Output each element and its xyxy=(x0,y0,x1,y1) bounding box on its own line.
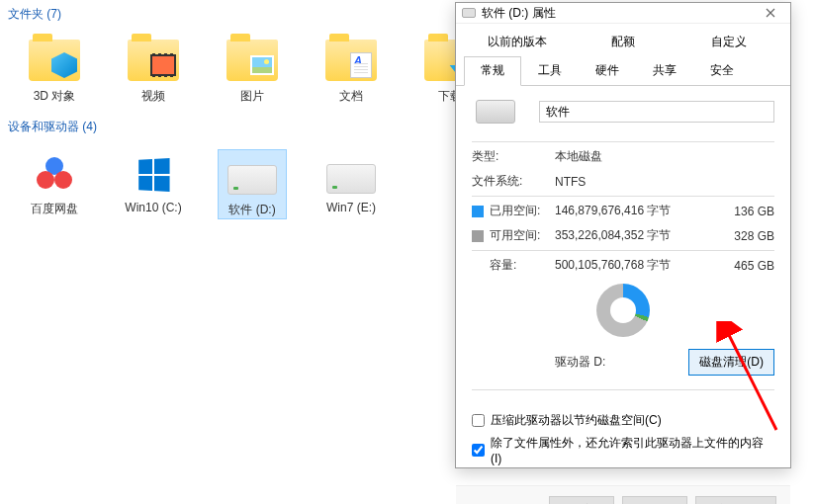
disk-cleanup-button[interactable]: 磁盘清理(D) xyxy=(688,349,774,376)
tab-strip: 以前的版本 配额 自定义 常规 工具 硬件 共享 安全 xyxy=(456,24,790,86)
folder-icon xyxy=(27,37,82,84)
folder-icon xyxy=(323,37,379,84)
drive-label: 百度网盘 xyxy=(31,201,78,217)
folder-label: 视频 xyxy=(141,88,165,105)
usage-donut-chart xyxy=(596,284,650,337)
dialog-title: 软件 (D:) 属性 xyxy=(482,5,757,22)
capacity-label: 容量: xyxy=(472,257,545,274)
ok-button[interactable]: 确定 xyxy=(549,496,614,504)
cancel-button[interactable]: 取消 xyxy=(622,496,687,504)
separator xyxy=(472,196,774,197)
drive-icon xyxy=(323,149,379,197)
fs-value: NTFS xyxy=(555,175,774,189)
folder-label: 3D 对象 xyxy=(34,88,76,105)
drive-c[interactable]: Win10 (C:) xyxy=(119,149,188,219)
free-swatch-icon xyxy=(472,230,484,242)
index-label: 除了文件属性外，还允许索引此驱动器上文件的内容(I) xyxy=(491,435,774,465)
drive-baidu[interactable]: 百度网盘 xyxy=(20,149,89,219)
tab-general[interactable]: 常规 xyxy=(464,56,521,86)
type-value: 本地磁盘 xyxy=(555,148,774,165)
drive-icon xyxy=(476,100,515,124)
folder-videos[interactable]: 视频 xyxy=(119,37,188,105)
dialog-footer: 确定 取消 应用(A) xyxy=(456,485,790,504)
folder-3d-objects[interactable]: 3D 对象 xyxy=(20,37,89,105)
free-bytes: 353,226,084,352 字节 xyxy=(555,227,724,244)
compress-checkbox[interactable] xyxy=(472,414,485,427)
capacity-bytes: 500,105,760,768 字节 xyxy=(555,257,724,274)
separator xyxy=(472,250,774,251)
folder-icon xyxy=(225,37,280,84)
drive-d[interactable]: 软件 (D:) xyxy=(218,149,287,219)
index-checkbox-row[interactable]: 除了文件属性外，还允许索引此驱动器上文件的内容(I) xyxy=(472,435,774,465)
drive-icon xyxy=(126,149,181,197)
free-human: 328 GB xyxy=(734,229,774,243)
drive-label: Win10 (C:) xyxy=(125,201,181,214)
index-checkbox[interactable] xyxy=(472,444,485,457)
fs-label: 文件系统: xyxy=(472,173,545,190)
separator xyxy=(472,141,774,142)
used-label: 已用空间: xyxy=(472,203,545,219)
used-human: 136 GB xyxy=(734,205,774,218)
tab-previous-versions[interactable]: 以前的版本 xyxy=(464,28,570,56)
compress-checkbox-row[interactable]: 压缩此驱动器以节约磁盘空间(C) xyxy=(472,412,774,429)
drive-letter-label: 驱动器 D: xyxy=(472,354,688,371)
folder-label: 图片 xyxy=(240,88,264,105)
used-swatch-icon xyxy=(472,206,484,217)
baidu-icon xyxy=(27,149,82,197)
used-bytes: 146,879,676,416 字节 xyxy=(555,203,724,219)
type-label: 类型: xyxy=(472,148,545,165)
compress-label: 压缩此驱动器以节约磁盘空间(C) xyxy=(491,412,662,429)
tab-custom[interactable]: 自定义 xyxy=(677,28,782,56)
folder-pictures[interactable]: 图片 xyxy=(218,37,287,105)
apply-button[interactable]: 应用(A) xyxy=(695,496,776,504)
drive-name-input[interactable] xyxy=(539,101,774,123)
close-button[interactable] xyxy=(757,3,784,23)
dialog-titlebar[interactable]: 软件 (D:) 属性 xyxy=(456,3,790,24)
close-icon xyxy=(766,8,775,18)
drive-icon xyxy=(225,150,280,198)
tab-security[interactable]: 安全 xyxy=(693,56,751,85)
properties-dialog: 软件 (D:) 属性 以前的版本 配额 自定义 常规 工具 硬件 共享 安全 类… xyxy=(455,2,791,468)
drive-icon xyxy=(462,8,476,18)
dialog-body: 类型: 本地磁盘 文件系统: NTFS 已用空间: 146,879,676,41… xyxy=(456,86,790,485)
drive-e[interactable]: Win7 (E:) xyxy=(317,149,386,219)
separator xyxy=(472,389,774,390)
folder-label: 文档 xyxy=(339,88,363,105)
folder-icon xyxy=(126,37,181,84)
drive-label: 软件 (D:) xyxy=(228,202,275,218)
drive-label: Win7 (E:) xyxy=(326,201,376,214)
tab-sharing[interactable]: 共享 xyxy=(636,56,693,85)
tab-tools[interactable]: 工具 xyxy=(521,56,579,85)
free-label: 可用空间: xyxy=(472,227,545,244)
tab-hardware[interactable]: 硬件 xyxy=(579,56,636,85)
capacity-human: 465 GB xyxy=(734,259,774,273)
tab-quota[interactable]: 配额 xyxy=(570,28,676,56)
folder-documents[interactable]: 文档 xyxy=(317,37,386,105)
